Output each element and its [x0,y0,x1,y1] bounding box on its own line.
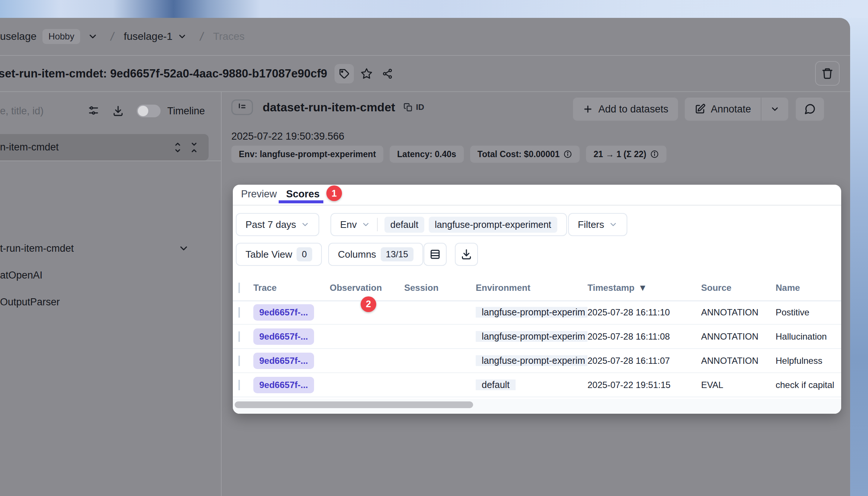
breadcrumb-separator: / [110,30,115,44]
horizontal-scrollbar-thumb[interactable] [235,401,473,408]
table-view-button[interactable]: Table View 0 [236,243,322,266]
env-badge: Env: langfuse-prompt-experiment [231,146,383,163]
sidebar-item[interactable]: OutputParser [0,291,209,313]
sidebar-item-label: t-run-item-cmdet [0,243,74,254]
cost-label: Total Cost: $0.00001 [478,149,560,159]
name-cell: Hallucination [776,331,841,342]
env-value-chip[interactable]: default [384,217,424,233]
divider [0,160,222,161]
table-header: Trace Observation Session Environment Ti… [233,275,841,301]
name-cell: Postitive [776,307,841,318]
column-header-trace[interactable]: Trace [253,283,330,293]
toggle-knob [138,106,148,116]
filters-button[interactable]: Filters [568,213,627,236]
breadcrumb-org[interactable]: uselage [0,31,37,42]
tokens-badge: 21 → 1 (Σ 22) [586,146,666,163]
export-download-button[interactable] [455,243,478,266]
trace-tree-sidebar: e, title, id) Timeline n-item-cmdet [0,91,222,496]
metadata-badges: Env: langfuse-prompt-experiment Latency:… [231,146,666,163]
table-row[interactable]: 9ed6657f-... langfuse-prompt-experim 202… [233,325,841,349]
tab-preview[interactable]: Preview [241,185,277,203]
filters-label: Filters [578,219,604,230]
breadcrumb-project[interactable]: fuselage-1 [124,31,172,42]
timestamp-cell: 2025-07-22 19:51:15 [587,380,701,390]
info-icon[interactable] [563,150,572,159]
delete-button[interactable] [815,61,840,86]
cost-badge: Total Cost: $0.00001 [470,146,580,163]
sidebar-item-selected[interactable]: n-item-cmdet [0,134,209,160]
source-cell: ANNOTATION [701,307,776,318]
filter-sliders-icon[interactable] [88,105,99,117]
latency-badge: Latency: 0.40s [390,146,464,163]
copy-id-button[interactable]: ID [403,102,424,112]
trace-id-chip[interactable]: 9ed6657f-... [253,328,314,345]
source-cell: ANNOTATION [701,356,776,366]
source-cell: EVAL [701,380,776,390]
columns-label: Columns [338,249,376,260]
env-value-chip[interactable]: langfuse-prompt-experiment [429,217,557,233]
annotate-dropdown-button[interactable] [761,98,788,121]
chevron-down-icon [609,220,618,229]
star-icon[interactable] [358,66,375,82]
edit-icon [694,104,706,115]
plan-badge: Hobby [42,29,80,44]
list-tree-icon [231,99,253,115]
table-row[interactable]: 9ed6657f-... default 2025-07-22 19:51:15… [233,373,841,397]
table-row[interactable]: 9ed6657f-... 2 langfuse-prompt-experim 2… [233,301,841,325]
row-checkbox[interactable] [238,380,240,390]
row-checkbox[interactable] [238,307,240,318]
tag-icon[interactable] [335,64,354,83]
column-header-name[interactable]: Name [776,283,841,293]
column-header-session[interactable]: Session [404,283,476,293]
tab-bar: Preview Scores 1 [233,185,841,205]
chevron-down-icon[interactable] [85,28,101,45]
unfold-vertical-icon[interactable] [172,142,183,153]
columns-button[interactable]: Columns 13/15 [328,243,423,266]
annotation-marker-2: 2 [361,296,376,312]
sidebar-item[interactable]: atOpenAI [0,264,209,286]
search-input[interactable]: e, title, id) [0,105,44,117]
breadcrumb-section[interactable]: Traces [213,31,245,42]
trace-id-chip[interactable]: 9ed6657f-... [253,304,314,321]
horizontal-scrollbar-track[interactable] [233,399,841,414]
column-header-observation[interactable]: Observation [330,283,404,293]
fold-vertical-icon[interactable] [189,142,200,153]
column-header-source[interactable]: Source [701,283,776,293]
annotate-label: Annotate [711,104,751,115]
select-all-checkbox[interactable] [238,283,240,293]
chevron-down-icon[interactable] [174,28,190,45]
trace-id-chip[interactable]: 9ed6657f-... [253,377,314,393]
page-title: set-run-item-cmdet: 9ed6657f-52a0-4aac-9… [0,67,327,80]
table-row[interactable]: 9ed6657f-... langfuse-prompt-experim 202… [233,349,841,373]
breadcrumb-separator: / [199,30,205,44]
column-header-timestamp[interactable]: Timestamp▼ [587,283,701,293]
detail-actions: Add to datasets Annotate [573,97,824,121]
column-header-environment[interactable]: Environment [476,283,587,293]
sidebar-item[interactable]: t-run-item-cmdet [0,237,209,260]
env-filter[interactable]: Env default langfuse-prompt-experiment [330,213,567,236]
tokens-label: 21 → 1 (Σ 22) [593,149,646,159]
share-icon[interactable] [379,66,396,82]
chevron-down-icon[interactable] [178,243,189,254]
download-icon[interactable] [112,105,124,117]
add-to-datasets-button[interactable]: Add to datasets [573,98,678,121]
name-cell: check if capital [776,380,841,390]
row-height-button[interactable] [424,243,447,266]
date-range-select[interactable]: Past 7 days [236,213,319,236]
timeline-toggle[interactable] [137,105,161,117]
annotate-button[interactable]: Annotate [685,98,761,121]
desktop-backdrop [0,0,868,18]
chevron-down-icon [301,220,310,229]
name-cell: Helpfulness [776,356,841,366]
comment-button[interactable] [796,98,824,121]
info-icon[interactable] [650,150,659,159]
sidebar-toolbar: e, title, id) Timeline [0,99,222,123]
chevron-down-icon [361,220,370,229]
row-checkbox[interactable] [238,331,240,342]
row-checkbox[interactable] [238,356,240,366]
trace-id-chip[interactable]: 9ed6657f-... [253,353,314,369]
divider [377,218,378,231]
environment-chip: default [476,379,516,390]
environment-chip: langfuse-prompt-experim [476,331,587,342]
timestamp-cell: 2025-07-28 16:11:08 [587,331,701,342]
